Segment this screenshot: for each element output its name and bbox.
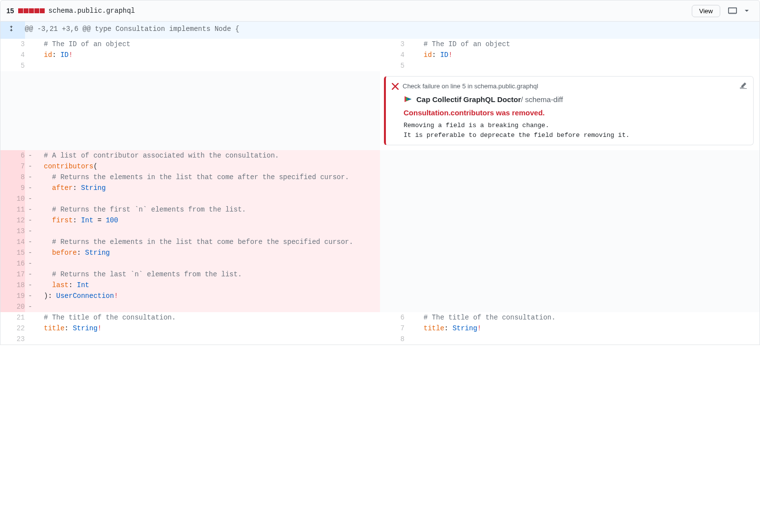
line-number-left[interactable]: 22 — [0, 323, 25, 334]
code-line[interactable]: # A list of contributor associated with … — [36, 150, 380, 161]
diff-marker — [405, 291, 415, 301]
diff-marker — [25, 334, 36, 345]
code-line[interactable] — [415, 334, 760, 345]
line-number-left[interactable]: 21 — [0, 312, 25, 323]
view-button[interactable]: View — [692, 5, 720, 17]
line-number-left[interactable]: 16 — [0, 258, 25, 269]
code-line[interactable]: title: String! — [415, 323, 760, 334]
code-line[interactable]: ): UserConnection! — [36, 291, 380, 301]
code-line[interactable]: id: ID! — [415, 50, 760, 60]
line-number-right[interactable] — [380, 269, 405, 280]
line-number-left[interactable]: 8 — [0, 172, 25, 183]
line-number-right[interactable] — [380, 237, 405, 247]
code-line[interactable]: title: String! — [36, 323, 380, 334]
line-number-right[interactable]: 4 — [380, 50, 405, 60]
chevron-down-icon[interactable] — [740, 5, 754, 17]
code-line[interactable] — [415, 161, 760, 172]
code-line[interactable] — [415, 291, 760, 301]
line-number-left[interactable]: 23 — [0, 334, 25, 345]
diff-marker: - — [25, 258, 36, 269]
code-line[interactable] — [415, 215, 760, 226]
code-line[interactable] — [36, 193, 380, 204]
annotation-header: Check failure on line 5 in schema.public… — [392, 81, 747, 91]
code-line[interactable]: id: ID! — [36, 50, 380, 60]
diff-row: 16- — [0, 258, 760, 269]
line-number-right[interactable]: 7 — [380, 323, 405, 334]
code-line[interactable] — [415, 301, 760, 312]
file-name[interactable]: schema.public.graphql — [49, 7, 692, 15]
line-number-left[interactable]: 20 — [0, 301, 25, 312]
code-line[interactable] — [36, 301, 380, 312]
line-number-left[interactable]: 13 — [0, 226, 25, 237]
line-number-right[interactable] — [380, 161, 405, 172]
code-line[interactable] — [415, 280, 760, 291]
line-number-right[interactable] — [380, 258, 405, 269]
code-line[interactable] — [415, 172, 760, 183]
line-number-right[interactable] — [380, 204, 405, 215]
line-number-right[interactable]: 8 — [380, 334, 405, 345]
code-line[interactable] — [415, 247, 760, 258]
code-line[interactable]: # Returns the first `n` elements from th… — [36, 204, 380, 215]
line-number-left[interactable]: 7 — [0, 161, 25, 172]
code-line[interactable]: # The ID of an object — [36, 39, 380, 50]
line-number-left[interactable]: 6 — [0, 150, 25, 161]
line-number-right[interactable] — [380, 183, 405, 193]
code-line[interactable]: after: String — [36, 183, 380, 193]
line-number-left[interactable]: 4 — [0, 50, 25, 60]
line-number-left[interactable]: 17 — [0, 269, 25, 280]
line-number-left[interactable]: 15 — [0, 247, 25, 258]
code-line[interactable]: contributors( — [36, 161, 380, 172]
line-number-left[interactable]: 9 — [0, 183, 25, 193]
code-line[interactable]: # Returns the elements in the list that … — [36, 237, 380, 247]
line-number-left[interactable]: 18 — [0, 280, 25, 291]
display-mode-icon[interactable] — [725, 4, 740, 17]
code-line[interactable] — [415, 183, 760, 193]
line-number-right[interactable] — [380, 247, 405, 258]
line-number-right[interactable] — [380, 301, 405, 312]
code-line[interactable]: first: Int = 100 — [36, 215, 380, 226]
code-line[interactable]: # The title of the consultation. — [415, 312, 760, 323]
code-line[interactable] — [415, 237, 760, 247]
file-header: 15 schema.public.graphql View — [0, 0, 760, 22]
line-number-left[interactable]: 19 — [0, 291, 25, 301]
code-line[interactable]: before: String — [36, 247, 380, 258]
line-number-left[interactable]: 3 — [0, 39, 25, 50]
line-number-right[interactable] — [380, 193, 405, 204]
line-number-left[interactable]: 10 — [0, 193, 25, 204]
line-number-right[interactable] — [380, 172, 405, 183]
line-number-right[interactable]: 3 — [380, 39, 405, 50]
code-line[interactable]: # Returns the last `n` elements from the… — [36, 269, 380, 280]
annotation-check-name[interactable]: / schema-diff — [521, 95, 563, 104]
expand-hunk-button[interactable] — [0, 22, 25, 39]
review-icon[interactable] — [739, 81, 747, 91]
code-line[interactable]: last: Int — [36, 280, 380, 291]
line-number-right[interactable] — [380, 291, 405, 301]
code-line[interactable]: # The title of the consultation. — [36, 312, 380, 323]
code-line[interactable]: # The ID of an object — [415, 39, 760, 50]
code-line[interactable] — [415, 60, 760, 71]
code-line[interactable] — [36, 258, 380, 269]
code-line[interactable] — [36, 226, 380, 237]
line-number-right[interactable]: 5 — [380, 60, 405, 71]
line-number-right[interactable] — [380, 150, 405, 161]
code-line[interactable] — [36, 334, 380, 345]
line-number-right[interactable]: 6 — [380, 312, 405, 323]
diff-row: 15- before: String — [0, 247, 760, 258]
line-number-right[interactable] — [380, 280, 405, 291]
code-line[interactable] — [415, 269, 760, 280]
annotation-app-name[interactable]: Cap Collectif GraphQL Doctor — [416, 95, 521, 104]
diff-marker — [405, 60, 415, 71]
line-number-left[interactable]: 14 — [0, 237, 25, 247]
code-line[interactable] — [415, 150, 760, 161]
code-line[interactable] — [415, 226, 760, 237]
code-line[interactable]: # Returns the elements in the list that … — [36, 172, 380, 183]
code-line[interactable] — [415, 193, 760, 204]
line-number-left[interactable]: 11 — [0, 204, 25, 215]
line-number-left[interactable]: 12 — [0, 215, 25, 226]
code-line[interactable] — [415, 258, 760, 269]
code-line[interactable] — [36, 60, 380, 71]
line-number-left[interactable]: 5 — [0, 60, 25, 71]
line-number-right[interactable] — [380, 215, 405, 226]
code-line[interactable] — [415, 204, 760, 215]
line-number-right[interactable] — [380, 226, 405, 237]
